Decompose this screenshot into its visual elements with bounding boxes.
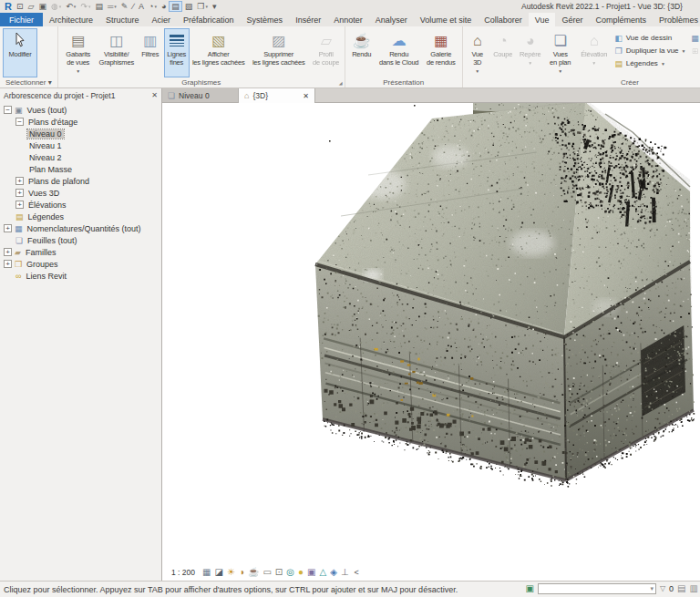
button-lignes-fines[interactable]: Lignesfines [164, 28, 190, 77]
design-options-select[interactable]: ▾ [538, 583, 656, 594]
redo-icon[interactable]: ↷▾ [78, 1, 92, 12]
tree-item-niveau-2[interactable]: Niveau 2 [0, 151, 161, 163]
button-vues-en-plan[interactable]: ❏Vuesen plan▼ [545, 28, 576, 77]
button-rendu[interactable]: ☕Rendu [348, 28, 376, 77]
ribbon-tab-annoter[interactable]: Annoter [327, 13, 369, 26]
ribbon-tab-inserer[interactable]: Insérer [289, 13, 327, 26]
ribbon-tab-architecture[interactable]: Architecture [43, 13, 99, 26]
ribbon-tab-analyser[interactable]: Analyser [369, 13, 414, 26]
open-icon[interactable]: ▱ [26, 1, 36, 12]
button-modifier[interactable]: Modifier [3, 28, 37, 77]
tree-item-vues-3d[interactable]: +Vues 3D [0, 187, 161, 199]
tree-item-familles[interactable]: +▰Familles [0, 246, 161, 258]
view-tab-niveau-0[interactable]: ❏Niveau 0 [162, 88, 239, 102]
button-filtres[interactable]: ▥Filtres [138, 28, 163, 77]
button-legendes[interactable]: ▤Légendes▼ [612, 57, 688, 69]
thin-lines-icon[interactable]: ▤ [169, 1, 182, 12]
ribbon-tab-problemes[interactable]: Problèmes [653, 13, 700, 26]
temporary-hide-isolate-icon[interactable]: ◎ [286, 567, 294, 578]
tree-item-plan-masse[interactable]: Plan Masse [0, 163, 161, 175]
reveal-constraints-icon[interactable]: ⊥ [341, 567, 349, 578]
ribbon-tab-structure[interactable]: Structure [99, 13, 146, 26]
tree-item-liens-revit[interactable]: ∞Liens Revit [0, 270, 161, 282]
print-icon[interactable]: ▤ [93, 1, 105, 12]
point-cloud-3d-view[interactable] [304, 88, 700, 519]
tree-item-plans-d-etage[interactable]: −Plans d'étage [0, 116, 161, 128]
revit-logo-icon[interactable]: R [3, 1, 14, 12]
ribbon-tab-vue[interactable]: Vue [529, 13, 556, 26]
tag-by-category-icon[interactable]: ✎ [119, 1, 130, 12]
exclusion-filter-icon[interactable]: ▽ [660, 583, 665, 594]
tree-item-feuilles-tout[interactable]: ❏Feuilles (tout) [0, 234, 161, 246]
drawing-area[interactable]: ❏Niveau 0⌂{3D}✕ [162, 88, 700, 581]
modify-icon[interactable]: ⊡ [15, 1, 26, 12]
tree-expander-icon[interactable]: + [15, 177, 24, 185]
visual-style-icon[interactable]: ◪ [214, 567, 222, 578]
sun-path-icon[interactable]: ☀ [227, 567, 235, 578]
reveal-hidden-elements-icon[interactable]: ● [298, 567, 304, 578]
sync-with-central-icon[interactable]: ◍▾ [49, 1, 63, 12]
tree-item-vues-tout[interactable]: −▣Vues (tout) [0, 104, 161, 116]
dialog-launcher-icon[interactable]: ◢ [339, 80, 343, 86]
tree-expander-icon[interactable]: + [4, 224, 12, 232]
detail-level-icon[interactable]: ▦ [202, 567, 211, 578]
text-icon[interactable]: A [137, 1, 146, 12]
button-supprimer-les-lignes-cachees[interactable]: ▨Supprimerles lignes cachées [248, 28, 310, 77]
view-scale[interactable]: 1 : 200 [171, 568, 195, 577]
ribbon-tab-volume-et-site[interactable]: Volume et site [414, 13, 479, 26]
ribbon-tab-systemes[interactable]: Systèmes [241, 13, 290, 26]
aligned-dimension-icon[interactable]: ═▾ [106, 1, 118, 12]
tree-item-niveau-1[interactable]: Niveau 1 [0, 139, 161, 151]
show-crop-region-icon[interactable]: ⊡ [275, 567, 283, 578]
tree-item-niveau-0[interactable]: Niveau 0 [0, 128, 161, 139]
panel-label-graphismes[interactable]: Graphismes◢ [58, 77, 345, 87]
tree-expander-icon[interactable]: + [15, 189, 24, 197]
button-galerie-de-rendus[interactable]: ▦Galeriede rendus [423, 28, 459, 77]
editable-only-icon[interactable]: ▤ [677, 583, 685, 594]
button-dupliquer-la-vue[interactable]: ❐Dupliquer la vue▼ [612, 45, 688, 57]
section-icon[interactable]: ◕ [160, 1, 168, 12]
save-icon[interactable]: ▣ [36, 1, 48, 12]
close-inactive-views-icon[interactable]: ▧ [183, 1, 195, 12]
panel-label-presentation[interactable]: Présentation [345, 77, 462, 87]
tree-item-plans-de-plafond[interactable]: +Plans de plafond [0, 175, 161, 187]
show-analytical-model-icon[interactable]: △ [319, 567, 326, 578]
tree-expander-icon[interactable]: − [4, 106, 12, 114]
tree-expander-icon[interactable]: + [15, 201, 24, 209]
tree-expander-icon[interactable]: − [15, 118, 24, 126]
design-options-icon[interactable]: ▣ [525, 583, 533, 594]
button-nomenclatures[interactable]: ▦Nomenclatures▼ [688, 32, 700, 44]
default-3d-view-icon[interactable]: ◔▾ [147, 1, 159, 12]
button-gabarits-de-vues[interactable]: ▤Gabaritsde vues▼ [61, 28, 96, 77]
button-afficher-les-lignes-cachees[interactable]: ▧Afficherles lignes cachées [190, 28, 247, 77]
button-vue-de-dessin[interactable]: ◧Vue de dessin [612, 32, 688, 44]
tree-item-elevations[interactable]: +Élévations [0, 199, 161, 211]
button-visibilite-graphismes[interactable]: ◫Visibilité/Graphismes [97, 28, 137, 77]
panel-label-creer[interactable]: Créer [463, 77, 700, 87]
tree-expander-icon[interactable]: + [4, 248, 12, 256]
button-rendu-dans-le-cloud[interactable]: ☁Rendudans le Cloud [376, 28, 422, 77]
highlight-displacement-sets-icon[interactable]: ◈ [330, 567, 337, 578]
crop-view-icon[interactable]: ▭ [262, 567, 271, 578]
tree-item-groupes[interactable]: +❒Groupes [0, 258, 161, 270]
ribbon-tab-complements[interactable]: Compléments [589, 13, 653, 26]
tree-item-legendes[interactable]: ▤Légendes [0, 211, 161, 222]
shadows-icon[interactable]: ◑ [239, 567, 244, 578]
ribbon-tab-prefabrication[interactable]: Préfabrication [177, 13, 241, 26]
collapse-arrow-icon[interactable]: < [355, 568, 359, 577]
measure-icon[interactable]: ∕ [130, 1, 136, 12]
view-tab-3d[interactable]: ⌂{3D}✕ [239, 88, 315, 103]
ribbon-tab-collaborer[interactable]: Collaborer [478, 13, 529, 26]
ribbon-tab-fichier[interactable]: Fichier [0, 13, 43, 26]
ribbon-tab-gerer[interactable]: Gérer [555, 13, 589, 26]
undo-icon[interactable]: ↶▾ [64, 1, 77, 12]
close-icon[interactable]: ✕ [151, 91, 158, 99]
ribbon-tab-acier[interactable]: Acier [146, 13, 178, 26]
temporary-view-properties-icon[interactable]: ▣ [307, 567, 315, 578]
selection-filter-icon[interactable]: ▥ [690, 583, 698, 594]
tree-item-nomenclatures-quantites-tout[interactable]: +▦Nomenclatures/Quantités (tout) [0, 222, 161, 234]
switch-windows-icon[interactable]: ❐▾ [195, 1, 210, 12]
panel-label-selectionner[interactable]: Sélectionner ▾ [0, 77, 57, 87]
close-icon[interactable]: ✕ [303, 92, 309, 100]
button-vue-3d[interactable]: ⌂Vue3D▼ [466, 28, 489, 77]
